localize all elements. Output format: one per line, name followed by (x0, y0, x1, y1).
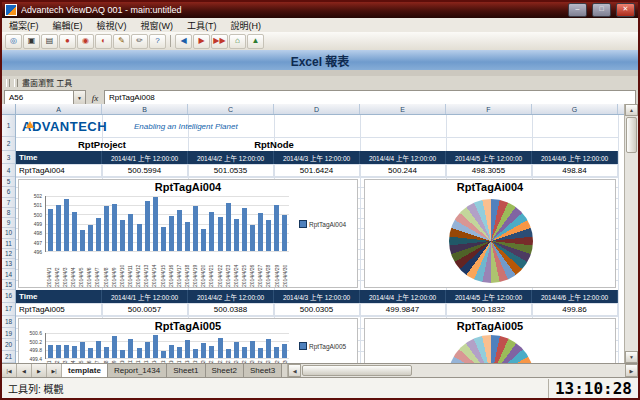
column-header-C[interactable]: C (188, 104, 274, 114)
menu-item[interactable]: 檔案(F) (2, 18, 46, 32)
date-cell[interactable]: 2014/4/4 上午 12:00:00 (360, 151, 446, 164)
series-name-cell[interactable]: RptTagAi005 (16, 303, 102, 316)
row-header-7[interactable]: 7 (2, 198, 15, 208)
series-name-cell[interactable]: RptTagAi004 (16, 164, 102, 177)
minimize-button[interactable]: – (568, 3, 587, 17)
value-cell[interactable]: 501.6424 (274, 164, 360, 177)
print-button[interactable]: ▤ (41, 34, 58, 49)
value-cell[interactable]: 499.9847 (360, 303, 446, 316)
value-cell[interactable]: 500.5994 (102, 164, 188, 177)
bar-chart-rpttagai005[interactable]: RptTagAi005 500.6500.2499.8499.42014/4/1… (18, 318, 358, 363)
value-cell[interactable]: 500.244 (360, 164, 446, 177)
sheet-tab-sheet3[interactable]: Sheet3 (244, 364, 282, 377)
sheet-grid[interactable]: ADVANTECH Enabling an Intelligent Planet… (16, 115, 624, 363)
toolbar-grip[interactable] (14, 79, 18, 87)
back-button[interactable]: ◀ (175, 34, 192, 49)
toolbar-grip[interactable] (6, 79, 10, 87)
namebox-dropdown-icon[interactable]: ▼ (74, 90, 86, 105)
scroll-down-icon[interactable]: ▼ (625, 351, 638, 363)
scroll-right-icon[interactable]: ▶ (625, 364, 638, 377)
help-button[interactable]: ? (149, 34, 166, 49)
tab-next-button[interactable]: ▶ (32, 364, 47, 377)
menu-item[interactable]: 工具(T) (180, 18, 224, 32)
column-header-E[interactable]: E (360, 104, 446, 114)
row-header-5[interactable]: 5 (2, 177, 15, 187)
formula-input[interactable]: RptTagAi008 (104, 90, 636, 105)
up-button[interactable]: ▲ (247, 34, 264, 49)
value-cell[interactable]: 500.1832 (446, 303, 532, 316)
stop-button[interactable]: ◉ (77, 34, 94, 49)
scroll-left-icon[interactable]: ◀ (288, 364, 301, 377)
row-header-17[interactable]: 17 (2, 303, 15, 316)
column-header-F[interactable]: F (446, 104, 532, 114)
time-label-cell[interactable]: Time (16, 290, 102, 303)
tab-first-button[interactable]: |◀ (2, 364, 17, 377)
date-cell[interactable]: 2014/4/4 上午 12:00:00 (360, 290, 446, 303)
overview-button[interactable]: ◎ (5, 34, 22, 49)
column-header-G[interactable]: G (532, 104, 618, 114)
select-all-corner[interactable] (2, 104, 16, 115)
row-header-16[interactable]: 16 (2, 290, 15, 303)
row-header-18[interactable]: 18 (2, 316, 15, 328)
date-cell[interactable]: 2014/4/5 上午 12:00:00 (446, 151, 532, 164)
tab-last-button[interactable]: ▶| (47, 364, 62, 377)
value-cell[interactable]: 500.0388 (188, 303, 274, 316)
sheet-tab-report_1434[interactable]: Report_1434 (108, 364, 167, 377)
menu-item[interactable]: 視窗(W) (134, 18, 181, 32)
menu-item[interactable]: 檢視(V) (90, 18, 134, 32)
row-header-20[interactable]: 20 (2, 339, 15, 351)
date-cell[interactable]: 2014/4/3 上午 12:00:00 (274, 290, 360, 303)
forward-button[interactable]: ▶ (193, 34, 210, 49)
row-header-8[interactable]: 8 (2, 208, 15, 218)
row-header-21[interactable]: 21 (2, 351, 15, 363)
rpt-project-cell[interactable]: RptProject (16, 139, 188, 150)
date-cell[interactable]: 2014/4/5 上午 12:00:00 (446, 290, 532, 303)
pie-chart-rpttagai004[interactable]: RptTagAi004 (364, 179, 616, 288)
row-header-6[interactable]: 6 (2, 187, 15, 197)
rpt-node-cell[interactable]: RptNode (188, 139, 360, 150)
bar-chart-rpttagai004[interactable]: RptTagAi004 5025015004994984974962014/4/… (18, 179, 358, 288)
date-cell[interactable]: 2014/4/6 上午 12:00:00 (532, 151, 618, 164)
pie-chart-rpttagai005[interactable]: RptTagAi005 (364, 318, 616, 363)
sheet-tab-template[interactable]: template (62, 364, 108, 377)
column-header-D[interactable]: D (274, 104, 360, 114)
row-header-3[interactable]: 3 (2, 151, 15, 164)
value-cell[interactable]: 498.3055 (446, 164, 532, 177)
horizontal-scroll-thumb[interactable] (302, 365, 412, 376)
date-cell[interactable]: 2014/4/3 上午 12:00:00 (274, 151, 360, 164)
value-cell[interactable]: 499.86 (532, 303, 618, 316)
vertical-scrollbar[interactable]: ▲ ▼ (624, 104, 638, 363)
row-header-13[interactable]: 13 (2, 259, 15, 269)
date-cell[interactable]: 2014/4/2 上午 12:00:00 (188, 151, 274, 164)
scroll-up-icon[interactable]: ▲ (625, 104, 638, 116)
date-cell[interactable]: 2014/4/1 上午 12:00:00 (102, 290, 188, 303)
row-header-9[interactable]: 9 (2, 218, 15, 228)
value-cell[interactable]: 500.0305 (274, 303, 360, 316)
menu-item[interactable]: 編輯(E) (46, 18, 90, 32)
screens-button[interactable]: ▣ (23, 34, 40, 49)
record-button[interactable]: ● (59, 34, 76, 49)
row-header-1[interactable]: 1 (2, 115, 15, 137)
value-cell[interactable]: 501.0535 (188, 164, 274, 177)
vertical-scroll-thumb[interactable] (626, 117, 637, 153)
sheet-tab-sheet1[interactable]: Sheet1 (167, 364, 205, 377)
column-header-B[interactable]: B (102, 104, 188, 114)
name-box[interactable]: A56 (4, 90, 74, 105)
column-header-A[interactable]: A (16, 104, 102, 114)
row-header-19[interactable]: 19 (2, 328, 15, 340)
menu-item[interactable]: 說明(H) (224, 18, 269, 32)
row-header-11[interactable]: 11 (2, 239, 15, 249)
sheet-tab-sheet2[interactable]: Sheet2 (206, 364, 244, 377)
close-button[interactable]: ✕ (616, 3, 635, 17)
value-cell[interactable]: 498.84 (532, 164, 618, 177)
edit-button[interactable]: ✏ (131, 34, 148, 49)
pen-button[interactable]: ✎ (113, 34, 130, 49)
date-cell[interactable]: 2014/4/2 上午 12:00:00 (188, 290, 274, 303)
row-header-2[interactable]: 2 (2, 137, 15, 151)
horizontal-scrollbar[interactable]: ◀ ▶ (287, 364, 638, 377)
row-header-10[interactable]: 10 (2, 228, 15, 238)
row-header-12[interactable]: 12 (2, 249, 15, 259)
time-label-cell[interactable]: Time (16, 151, 102, 164)
alarm-button[interactable]: ◐ (95, 34, 112, 49)
tab-prev-button[interactable]: ◀ (17, 364, 32, 377)
